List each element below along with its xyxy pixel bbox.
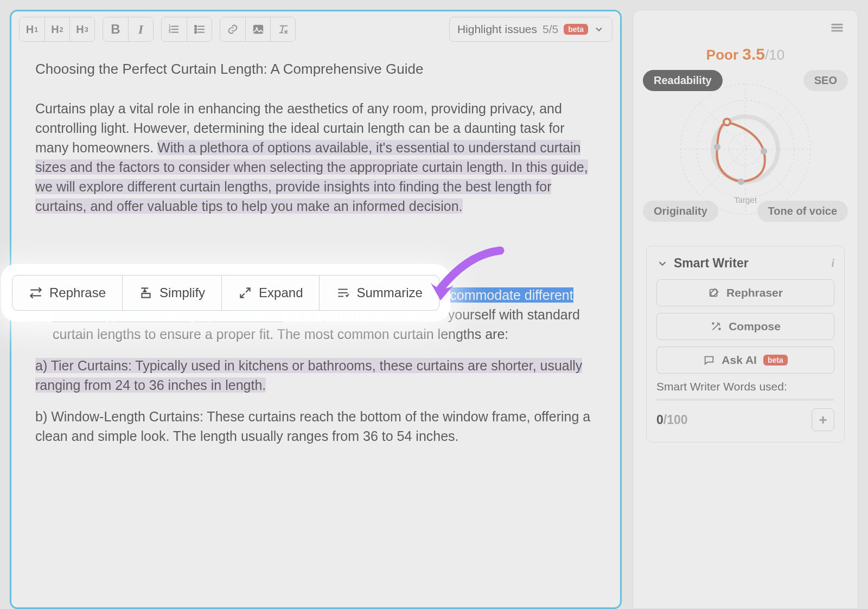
beta-badge: beta	[763, 355, 788, 366]
ask-ai-button[interactable]: Ask AI beta	[656, 347, 834, 374]
sidebar-panel: Poor 3.5/10	[633, 10, 858, 609]
words-used-value: 0	[656, 413, 663, 427]
editor-toolbar: H1 H2 H3 B I 123 Highlight issues 5/5	[11, 11, 620, 43]
highlight-count: 5/5	[542, 23, 558, 36]
chip-seo[interactable]: SEO	[803, 70, 848, 91]
summarize-button[interactable]: Summarize	[319, 275, 438, 310]
link-button[interactable]	[220, 17, 245, 41]
svg-point-22	[719, 328, 720, 330]
compose-button[interactable]: Compose	[656, 313, 834, 340]
chip-tone[interactable]: Tone of voice	[757, 201, 848, 222]
paragraph-intro: Curtains play a vital role in enhancing …	[35, 99, 596, 216]
rephraser-button[interactable]: Rephraser	[656, 279, 834, 306]
magic-icon	[710, 320, 722, 332]
ordered-list-button[interactable]: 123	[162, 17, 187, 41]
chip-originality[interactable]: Originality	[643, 201, 718, 222]
add-words-button[interactable]: +	[812, 408, 834, 431]
chevron-down-icon[interactable]	[656, 258, 668, 270]
score-display: Poor 3.5/10	[646, 45, 845, 63]
words-used-bar	[656, 399, 834, 401]
target-label: Target	[734, 195, 757, 204]
svg-text:3: 3	[169, 30, 171, 34]
editor-content[interactable]: Choosing the Perfect Curtain Length: A C…	[11, 43, 620, 458]
radar-chart: Readability SEO Originality Tone of voic…	[646, 73, 845, 233]
chevron-down-icon	[593, 24, 604, 35]
h3-button[interactable]: H3	[69, 17, 94, 41]
paragraph-a: a) Tier Curtains: Typically used in kitc…	[35, 356, 596, 395]
paragraph-b: b) Window-Length Curtains: These curtain…	[35, 407, 596, 446]
doc-title: Choosing the Perfect Curtain Length: A C…	[35, 59, 596, 79]
rephrase-icon	[29, 286, 43, 300]
italic-button[interactable]: I	[128, 17, 153, 41]
unordered-list-button[interactable]	[187, 17, 212, 41]
expand-button[interactable]: Expand	[221, 275, 319, 310]
svg-point-17	[761, 148, 767, 155]
annotation-arrow	[424, 246, 506, 308]
clear-format-button[interactable]	[270, 17, 295, 41]
svg-rect-6	[253, 25, 263, 34]
image-button[interactable]	[245, 17, 270, 41]
h1-button[interactable]: H1	[20, 17, 44, 41]
simplify-icon	[139, 286, 153, 300]
svg-point-18	[738, 178, 744, 185]
menu-button[interactable]	[646, 20, 845, 35]
svg-point-19	[714, 144, 720, 150]
svg-point-4	[194, 28, 196, 30]
rephrase-button[interactable]: Rephrase	[12, 275, 122, 310]
chip-readability[interactable]: Readability	[643, 70, 723, 91]
smart-writer-title: Smart Writer	[674, 256, 749, 271]
svg-point-16	[724, 119, 730, 125]
expand-icon	[238, 286, 252, 300]
highlight-issues-dropdown[interactable]: Highlight issues 5/5 beta	[449, 17, 612, 42]
simplify-button[interactable]: Simplify	[122, 275, 221, 310]
beta-badge: beta	[564, 24, 588, 35]
ai-actions-popup: Rephrase Simplify Expand Summarize	[12, 275, 439, 311]
svg-point-5	[194, 31, 196, 34]
h2-button[interactable]: H2	[44, 17, 69, 41]
summarize-icon	[336, 286, 350, 300]
smart-writer-card: Smart Writer i Rephraser Compose Ask AI …	[646, 246, 845, 443]
words-max: /100	[663, 413, 688, 427]
highlight-label: Highlight issues	[457, 23, 537, 36]
chat-icon	[703, 354, 715, 366]
svg-point-21	[712, 323, 714, 324]
words-used-label: Smart Writer Words used:	[656, 380, 834, 393]
bold-button[interactable]: B	[103, 17, 128, 41]
svg-point-3	[194, 25, 196, 28]
edit-icon	[708, 287, 720, 299]
info-icon[interactable]: i	[831, 257, 834, 270]
